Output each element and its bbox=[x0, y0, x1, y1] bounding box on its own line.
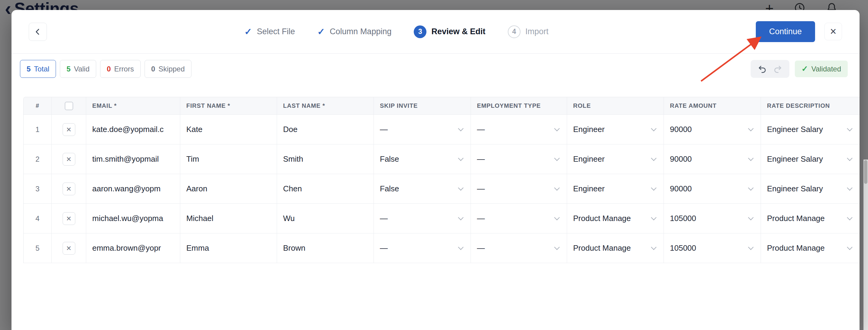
skip-invite-select[interactable]: — bbox=[374, 115, 471, 144]
employment-type-select[interactable]: — bbox=[471, 233, 567, 263]
last-name-cell[interactable]: Smith bbox=[277, 144, 374, 174]
row-remove-cell: × bbox=[52, 174, 86, 204]
close-icon: × bbox=[830, 25, 836, 38]
role-select[interactable]: Engineer bbox=[567, 174, 664, 204]
scrollbar-thumb[interactable] bbox=[864, 160, 867, 184]
cell-value: Engineer Salary bbox=[767, 184, 823, 193]
rate-amount-select[interactable]: 90000 bbox=[664, 115, 761, 144]
row-remove-cell: × bbox=[52, 204, 86, 233]
page-scrollbar[interactable] bbox=[864, 160, 868, 330]
skip-invite-select[interactable]: False bbox=[374, 174, 471, 204]
last-name-cell[interactable]: Wu bbox=[277, 204, 374, 233]
skip-invite-select[interactable]: — bbox=[374, 233, 471, 263]
chip-total[interactable]: 5 Total bbox=[20, 60, 56, 78]
cell-value: Product Manage bbox=[767, 243, 825, 253]
row-number: 2 bbox=[24, 144, 52, 174]
undo-button[interactable] bbox=[758, 64, 767, 74]
rate-description-select[interactable]: Engineer Salary bbox=[761, 144, 860, 174]
chip-count: 0 bbox=[107, 65, 111, 73]
rate-amount-select[interactable]: 90000 bbox=[664, 174, 761, 204]
role-select[interactable]: Engineer bbox=[567, 115, 664, 144]
row-remove-cell: × bbox=[52, 115, 86, 144]
col-header-num: # bbox=[24, 97, 52, 115]
step-select-file[interactable]: ✓ Select File bbox=[244, 26, 295, 37]
email-cell[interactable]: emma.brown@yopr bbox=[86, 233, 180, 263]
email-cell[interactable]: kate.doe@yopmail.c bbox=[86, 115, 180, 144]
rate-description-select[interactable]: Product Manage bbox=[761, 204, 860, 233]
undo-redo-group bbox=[751, 60, 789, 78]
skip-invite-select[interactable]: — bbox=[374, 204, 471, 233]
chevron-left-icon bbox=[34, 28, 42, 36]
rate-description-select[interactable]: Engineer Salary bbox=[761, 174, 860, 204]
modal-back-button[interactable] bbox=[29, 23, 47, 41]
first-name-cell[interactable]: Kate bbox=[180, 115, 277, 144]
last-name-cell[interactable]: Chen bbox=[277, 174, 374, 204]
skip-invite-select[interactable]: False bbox=[374, 144, 471, 174]
undo-icon bbox=[758, 64, 767, 74]
remove-row-button[interactable]: × bbox=[63, 153, 75, 166]
remove-row-button[interactable]: × bbox=[63, 123, 75, 136]
email-cell[interactable]: michael.wu@yopma bbox=[86, 204, 180, 233]
last-name-cell[interactable]: Doe bbox=[277, 115, 374, 144]
close-button[interactable]: × bbox=[825, 23, 842, 40]
chip-label: Skipped bbox=[158, 65, 185, 73]
chevron-down-icon bbox=[458, 244, 463, 250]
cell-value: — bbox=[477, 214, 485, 223]
remove-row-button[interactable]: × bbox=[63, 242, 75, 255]
step-review-edit[interactable]: 3 Review & Edit bbox=[414, 25, 486, 38]
employment-type-select[interactable]: — bbox=[471, 144, 567, 174]
chip-count: 5 bbox=[27, 65, 31, 73]
cell-value: 90000 bbox=[670, 155, 692, 164]
chevron-down-icon bbox=[554, 155, 559, 161]
cell-value: — bbox=[380, 214, 388, 223]
check-icon: ✓ bbox=[802, 64, 808, 74]
role-select[interactable]: Engineer bbox=[567, 144, 664, 174]
chip-skipped[interactable]: 0 Skipped bbox=[145, 60, 191, 78]
first-name-cell[interactable]: Tim bbox=[180, 144, 277, 174]
step-import[interactable]: 4 Import bbox=[508, 25, 549, 38]
chevron-down-icon bbox=[651, 215, 656, 220]
modal-header: ✓ Select File ✓ Column Mapping 3 Review … bbox=[11, 10, 860, 53]
first-name-cell[interactable]: Emma bbox=[180, 233, 277, 263]
last-name-cell[interactable]: Brown bbox=[277, 233, 374, 263]
chevron-down-icon bbox=[651, 126, 656, 131]
rate-amount-select[interactable]: 105000 bbox=[664, 233, 761, 263]
cell-value: Product Manage bbox=[767, 214, 825, 223]
email-cell[interactable]: aaron.wang@yopm bbox=[86, 174, 180, 204]
chevron-down-icon bbox=[554, 215, 559, 220]
chevron-down-icon bbox=[458, 126, 463, 131]
review-table: # EMAIL * FIRST NAME * LAST NAME * SKIP … bbox=[23, 97, 860, 263]
chip-valid[interactable]: 5 Valid bbox=[60, 60, 96, 78]
validated-badge: ✓ Validated bbox=[795, 60, 848, 77]
chevron-down-icon bbox=[554, 244, 559, 250]
step-column-mapping[interactable]: ✓ Column Mapping bbox=[317, 26, 391, 37]
first-name-cell[interactable]: Michael bbox=[180, 204, 277, 233]
select-all-checkbox[interactable] bbox=[65, 102, 73, 110]
first-name-cell[interactable]: Aaron bbox=[180, 174, 277, 204]
row-remove-cell: × bbox=[52, 233, 86, 263]
remove-row-button[interactable]: × bbox=[63, 183, 75, 195]
continue-button[interactable]: Continue bbox=[756, 21, 815, 42]
step-label: Review & Edit bbox=[431, 27, 486, 36]
cell-value: Engineer bbox=[573, 184, 604, 193]
employment-type-select[interactable]: — bbox=[471, 174, 567, 204]
cell-value: False bbox=[380, 155, 399, 164]
redo-button[interactable] bbox=[773, 64, 782, 74]
rate-amount-select[interactable]: 90000 bbox=[664, 144, 761, 174]
chevron-down-icon bbox=[651, 244, 656, 250]
chevron-down-icon bbox=[651, 185, 656, 190]
remove-row-button[interactable]: × bbox=[63, 212, 75, 225]
role-select[interactable]: Product Manage bbox=[567, 233, 664, 263]
rate-description-select[interactable]: Product Manage bbox=[761, 233, 860, 263]
email-cell[interactable]: tim.smith@yopmail bbox=[86, 144, 180, 174]
rate-amount-select[interactable]: 105000 bbox=[664, 204, 761, 233]
chevron-down-icon bbox=[458, 185, 463, 190]
role-select[interactable]: Product Manage bbox=[567, 204, 664, 233]
row-number: 1 bbox=[24, 115, 52, 144]
col-header-first-name: FIRST NAME * bbox=[180, 97, 277, 115]
employment-type-select[interactable]: — bbox=[471, 115, 567, 144]
chip-errors[interactable]: 0 Errors bbox=[100, 60, 141, 78]
cell-value: — bbox=[380, 243, 388, 253]
employment-type-select[interactable]: — bbox=[471, 204, 567, 233]
rate-description-select[interactable]: Engineer Salary bbox=[761, 115, 860, 144]
